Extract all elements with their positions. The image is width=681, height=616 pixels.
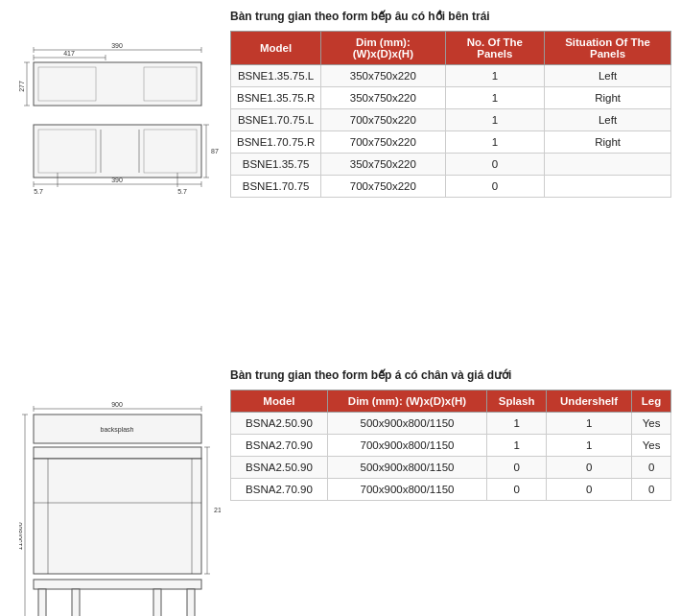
table-cell: 1 (445, 65, 545, 87)
table-cell: BSNE1.70.75.L (231, 109, 321, 131)
section-1: 390 417 277 (10, 10, 671, 345)
svg-rect-47 (153, 589, 161, 616)
col2-leg: Leg (632, 391, 671, 413)
svg-text:backsplash: backsplash (100, 426, 133, 434)
table-cell: 0 (632, 457, 671, 479)
table-cell: 700x900x800/1150 (327, 479, 486, 501)
diagram-area-1: 390 417 277 (10, 10, 230, 345)
table-cell: 350x750x220 (321, 65, 445, 87)
table-cell: 0 (445, 154, 545, 176)
table-cell (545, 154, 671, 176)
section-2-title: Bàn trung gian theo form bếp á có chân v… (230, 368, 671, 382)
table-row: BSNA2.70.90700x900x800/1150000 (231, 479, 671, 501)
diagram-area-2: 900 backsplash (10, 368, 230, 616)
diagram-svg-1: 390 417 277 (19, 38, 221, 345)
svg-rect-45 (187, 589, 195, 616)
table-cell: 0 (632, 479, 671, 501)
svg-text:417: 417 (63, 50, 75, 57)
table-2: Model Dim (mm): (W)x(D)x(H) Splash Under… (230, 390, 671, 501)
table-cell: BSNE1.70.75.R (231, 131, 321, 154)
table-area-1: Bàn trung gian theo form bếp âu có hồi b… (230, 10, 671, 198)
table-1-header-row: Model Dim (mm): (W)x(D)x(H) No. Of The P… (231, 32, 671, 65)
table-cell: Yes (632, 413, 671, 435)
col2-dim: Dim (mm): (W)x(D)x(H) (327, 391, 486, 413)
table-cell: 1 (445, 87, 545, 109)
col-panels: No. Of The Panels (445, 32, 545, 65)
table-cell: BSNE1.70.75 (231, 176, 321, 198)
svg-text:1150/800: 1150/800 (19, 522, 23, 550)
table-cell: 1 (487, 413, 547, 435)
table-cell: BSNE1.35.75.L (231, 65, 321, 87)
svg-rect-15 (34, 125, 201, 178)
svg-text:390: 390 (111, 42, 123, 49)
table-cell: 0 (487, 479, 547, 501)
table-cell: 0 (547, 457, 632, 479)
table-1: Model Dim (mm): (W)x(D)x(H) No. Of The P… (230, 31, 671, 198)
col-dim: Dim (mm): (W)x(D)x(H) (321, 32, 445, 65)
col-model: Model (231, 32, 321, 65)
col-situation: Situation Of The Panels (545, 32, 671, 65)
col2-splash: Splash (487, 391, 547, 413)
table-row: BSNE1.70.75700x750x2200 (231, 176, 671, 198)
svg-text:218: 218 (214, 507, 221, 513)
table-cell: BSNE1.35.75.R (231, 87, 321, 109)
svg-rect-46 (72, 589, 80, 616)
diagram-svg-2: 900 backsplash (19, 397, 221, 616)
table-cell: 700x900x800/1150 (327, 435, 486, 457)
svg-rect-38 (34, 447, 201, 459)
table-row: BSNE1.35.75.R350x750x2201Right (231, 87, 671, 109)
table-cell: 1 (445, 131, 545, 154)
page-container: 390 417 277 (0, 0, 681, 616)
svg-rect-43 (34, 580, 201, 589)
table-row: BSNA2.50.90500x900x800/115011Yes (231, 413, 671, 435)
table-cell: 0 (445, 176, 545, 198)
table-cell: 350x750x220 (321, 154, 445, 176)
table-cell: 500x900x800/1150 (327, 457, 486, 479)
table-cell: Left (545, 109, 671, 131)
table-row: BSNE1.35.75350x750x2200 (231, 154, 671, 176)
svg-text:900: 900 (111, 401, 123, 408)
col2-model: Model (231, 391, 328, 413)
table-cell: 1 (547, 413, 632, 435)
table-cell: BSNA2.70.90 (231, 479, 328, 501)
table-cell: BSNA2.70.90 (231, 435, 328, 457)
table-cell: Right (545, 131, 671, 154)
table-cell: Left (545, 65, 671, 87)
table-2-header-row: Model Dim (mm): (W)x(D)x(H) Splash Under… (231, 391, 671, 413)
table-row: BSNA2.70.90700x900x800/115011Yes (231, 435, 671, 457)
col2-undershelf: Undershelf (547, 391, 632, 413)
table-cell: 0 (547, 479, 632, 501)
table-cell: 1 (547, 435, 632, 457)
svg-text:390: 390 (111, 177, 123, 183)
table-cell: 500x900x800/1150 (327, 413, 486, 435)
svg-text:87: 87 (211, 148, 219, 154)
table-area-2: Bàn trung gian theo form bếp á có chân v… (230, 368, 671, 501)
table-cell: 350x750x220 (321, 87, 445, 109)
table-row: BSNE1.70.75.R700x750x2201Right (231, 131, 671, 154)
table-cell: 700x750x220 (321, 131, 445, 154)
table-cell: 700x750x220 (321, 109, 445, 131)
table-cell: BSNE1.35.75 (231, 154, 321, 176)
svg-text:5.7: 5.7 (177, 188, 187, 195)
table-row: BSNA2.50.90500x900x800/1150000 (231, 457, 671, 479)
svg-text:277: 277 (19, 81, 25, 92)
table-cell (545, 176, 671, 198)
section-2: 900 backsplash (10, 368, 671, 616)
table-cell: BSNA2.50.90 (231, 413, 328, 435)
svg-rect-44 (38, 589, 46, 616)
table-cell: 1 (487, 435, 547, 457)
section-1-title: Bàn trung gian theo form bếp âu có hồi b… (230, 10, 671, 23)
table-row: BSNE1.35.75.L350x750x2201Left (231, 65, 671, 87)
svg-rect-8 (34, 62, 201, 106)
table-cell: BSNA2.50.90 (231, 457, 328, 479)
table-cell: 0 (487, 457, 547, 479)
svg-rect-39 (34, 459, 201, 574)
table-cell: Right (545, 87, 671, 109)
table-row: BSNE1.70.75.L700x750x2201Left (231, 109, 671, 131)
svg-text:5.7: 5.7 (34, 188, 43, 195)
table-cell: 1 (445, 109, 545, 131)
table-cell: 700x750x220 (321, 176, 445, 198)
table-cell: Yes (632, 435, 671, 457)
